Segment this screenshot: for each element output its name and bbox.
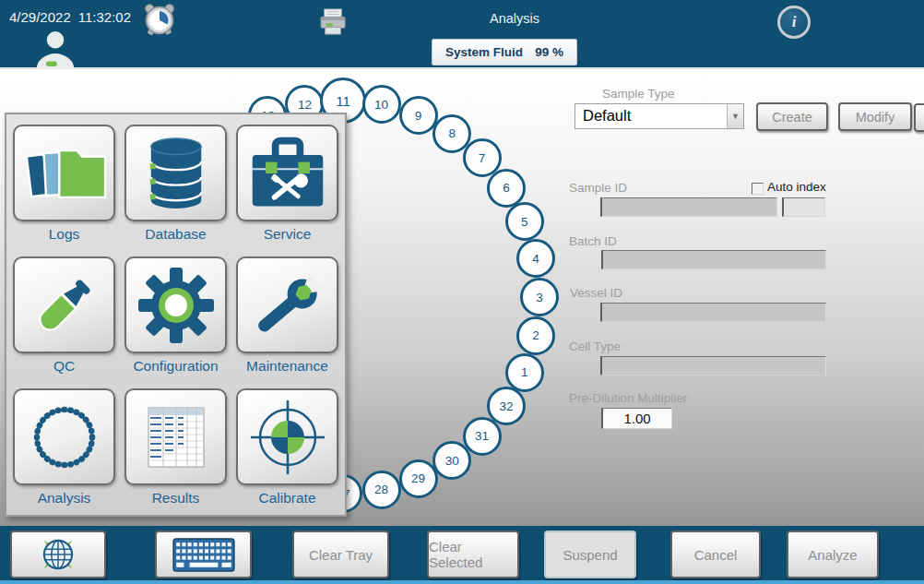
main-menu-panel: Logs Database xyxy=(5,113,347,517)
cutoff-button[interactable] xyxy=(914,103,924,132)
clock-icon[interactable] xyxy=(143,3,176,37)
menu-label-analysis: Analysis xyxy=(38,490,91,507)
menu-label-maintenance: Maintenance xyxy=(246,358,328,375)
vessel-id-field xyxy=(600,303,826,322)
tray-position-10[interactable]: 10 xyxy=(362,85,401,124)
create-button[interactable]: Create xyxy=(756,102,828,131)
toolbox-icon xyxy=(247,136,328,211)
menu-label-logs: Logs xyxy=(49,226,80,243)
menu-item-maintenance[interactable]: Maintenance xyxy=(236,256,338,388)
tray-position-3[interactable]: 3 xyxy=(520,278,559,316)
date-text: 4/29/2022 xyxy=(9,9,71,25)
batch-id-label: Batch ID xyxy=(569,234,617,248)
top-bar: 4/29/202211:32:02 Analy xyxy=(0,0,924,69)
tray-position-1[interactable]: 1 xyxy=(505,353,544,392)
folders-icon xyxy=(22,137,107,209)
dot-ring-icon xyxy=(29,401,101,473)
system-fluid-value: 99 % xyxy=(535,45,563,59)
batch-id-field xyxy=(601,250,826,269)
table-icon xyxy=(141,403,211,471)
menu-item-results[interactable]: Results xyxy=(124,388,227,520)
info-icon[interactable]: i xyxy=(777,6,811,39)
sample-type-dropdown[interactable]: Default ▼ xyxy=(575,103,744,129)
sample-index-field xyxy=(782,197,825,217)
analyzer-app-window: 4/29/202211:32:02 Analy xyxy=(0,0,924,584)
pre-dilution-label: Pre-Dilution Multiplier xyxy=(569,391,687,405)
user-icon[interactable] xyxy=(33,30,77,69)
menu-label-database: Database xyxy=(145,226,206,243)
vessel-id-label: Vessel ID xyxy=(570,286,622,300)
menu-item-configuration[interactable]: Configuration xyxy=(124,256,227,388)
bottom-bar: Clear Tray Clear Selected Suspend Cancel… xyxy=(0,526,924,584)
tray-position-2[interactable]: 2 xyxy=(516,316,555,355)
menu-label-results: Results xyxy=(152,490,200,507)
printer-icon[interactable] xyxy=(318,7,348,35)
menu-item-database[interactable]: Database xyxy=(124,125,227,256)
tray-position-28[interactable]: 28 xyxy=(362,471,401,509)
clear-selected-button[interactable]: Clear Selected xyxy=(427,530,519,578)
time-text: 11:32:02 xyxy=(78,9,131,25)
tray-position-5[interactable]: 5 xyxy=(505,202,544,241)
auto-index-label: Auto index xyxy=(767,180,826,194)
menu-label-configuration: Configuration xyxy=(133,358,218,375)
gear-icon xyxy=(137,267,215,344)
page-title: Analysis xyxy=(441,11,588,26)
suspend-button[interactable]: Suspend xyxy=(544,530,636,578)
navigate-button[interactable] xyxy=(10,530,106,578)
sample-id-label: Sample ID xyxy=(569,181,627,195)
globe-icon xyxy=(37,533,79,576)
tray-position-9[interactable]: 9 xyxy=(399,96,438,135)
tray-position-29[interactable]: 29 xyxy=(399,459,438,498)
menu-label-qc: QC xyxy=(53,358,75,375)
modify-button[interactable]: Modify xyxy=(838,102,912,131)
menu-item-analysis[interactable]: Analysis xyxy=(13,388,115,520)
pre-dilution-field[interactable]: 1.00 xyxy=(601,408,672,429)
auto-index-checkbox[interactable] xyxy=(752,183,764,195)
datetime-display: 4/29/202211:32:02 xyxy=(9,9,138,25)
clear-tray-button[interactable]: Clear Tray xyxy=(292,530,389,578)
system-fluid-label: System Fluid xyxy=(445,45,523,59)
cancel-button[interactable]: Cancel xyxy=(670,530,761,578)
sample-type-value: Default xyxy=(575,104,727,128)
keyboard-icon xyxy=(172,538,235,572)
crosshair-icon xyxy=(249,399,326,476)
menu-label-service: Service xyxy=(264,226,312,243)
menu-item-service[interactable]: Service xyxy=(236,125,338,256)
menu-label-calibrate: Calibrate xyxy=(258,490,315,507)
cell-type-label: Cell Type xyxy=(569,340,621,353)
database-icon xyxy=(144,136,208,211)
sample-id-field xyxy=(600,197,777,217)
analyze-button[interactable]: Analyze xyxy=(787,530,879,578)
system-fluid-indicator[interactable]: System Fluid 99 % xyxy=(432,39,577,66)
wrench-icon xyxy=(249,267,326,344)
keyboard-button[interactable] xyxy=(155,530,252,578)
menu-item-qc[interactable]: QC xyxy=(13,256,115,388)
chevron-down-icon[interactable]: ▼ xyxy=(727,104,743,128)
sample-type-label: Sample Type xyxy=(602,87,675,101)
cell-type-field xyxy=(600,356,826,375)
tray-position-6[interactable]: 6 xyxy=(487,169,526,208)
menu-item-logs[interactable]: Logs xyxy=(13,125,115,256)
ampoule-icon xyxy=(28,268,101,342)
menu-item-calibrate[interactable]: Calibrate xyxy=(236,388,338,520)
